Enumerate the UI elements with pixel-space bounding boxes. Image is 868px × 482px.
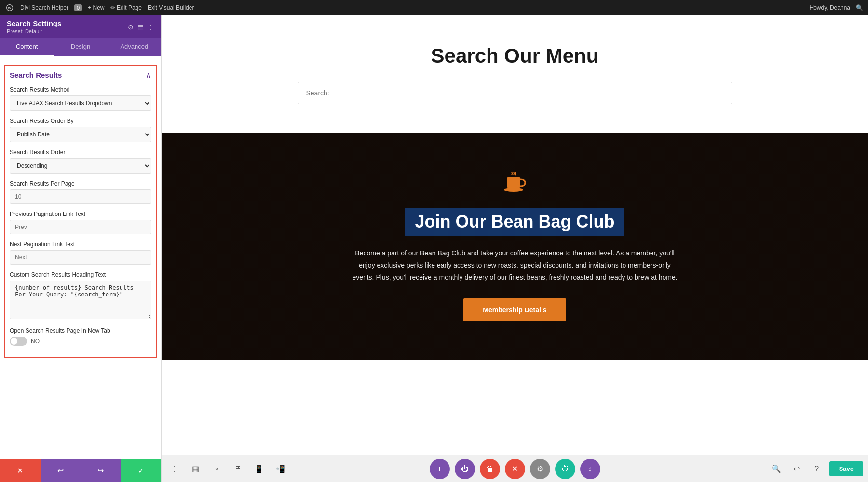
prev-text-field: Previous Pagination Link Text — [10, 211, 151, 234]
sidebar-settings-icon[interactable]: ⊙ — [128, 23, 134, 31]
howdy-user: Howdy, Deanna — [810, 4, 851, 11]
admin-search-icon[interactable]: 🔍 — [856, 4, 863, 11]
help-icon[interactable]: ? — [809, 461, 825, 477]
builder-toolbar: ⋮ ▦ ⌖ 🖥 📱 📲 + ⏻ 🗑 ✕ ⚙ ⏱ ↕ 🔍 ↩ ? Save — [162, 455, 868, 482]
search-results-method-field: Search Results Method Live AJAX Search R… — [10, 86, 151, 111]
undo-button[interactable]: ↩ — [41, 459, 81, 482]
new-tab-label: Open Search Results Page In New Tab — [10, 327, 151, 334]
canvas-area: Search Our Menu — [162, 15, 868, 482]
toolbar-right-icons: 🔍 ↩ ? Save — [769, 461, 863, 477]
tab-content[interactable]: Content — [0, 38, 54, 56]
order-by-field: Search Results Order By Publish Date Tit… — [10, 118, 151, 142]
cancel-button[interactable]: ✕ — [0, 459, 41, 482]
sidebar-more-icon[interactable]: ⋮ — [148, 23, 154, 31]
divi-search-helper-link[interactable]: Divi Search Helper — [20, 4, 68, 11]
toolbar-search-results-icon[interactable]: ⌖ — [209, 461, 224, 477]
club-description: Become a part of our Bean Bag Club and t… — [351, 247, 679, 284]
next-text-input[interactable] — [10, 250, 151, 265]
search-results-section: Search Results ∧ Search Results Method L… — [4, 65, 157, 358]
svg-rect-2 — [507, 177, 520, 188]
method-label: Search Results Method — [10, 86, 151, 93]
exit-visual-builder-link[interactable]: Exit Visual Builder — [148, 4, 194, 11]
history-button[interactable]: ⏱ — [555, 459, 575, 479]
order-select[interactable]: Descending Ascending — [10, 158, 151, 174]
search-input-bar[interactable] — [298, 82, 732, 104]
toolbar-desktop-icon[interactable]: 🖥 — [230, 461, 245, 477]
heading-text-textarea[interactable]: {number_of_results} Search Results For Y… — [10, 281, 151, 319]
next-text-field: Next Pagination Link Text — [10, 241, 151, 265]
delete-button[interactable]: 🗑 — [480, 459, 500, 479]
new-tab-field: Open Search Results Page In New Tab NO — [10, 327, 151, 346]
toolbar-grid-icon[interactable]: ▦ — [188, 461, 203, 477]
method-select[interactable]: Live AJAX Search Results Dropdown Standa… — [10, 95, 151, 111]
prev-text-input[interactable] — [10, 220, 151, 234]
wp-logo-icon[interactable]: W — [5, 3, 14, 13]
sidebar-panel: Search Settings Preset: Default ⊙ ▦ ⋮ Co… — [0, 15, 162, 482]
comments-count[interactable]: 0 — [74, 4, 82, 11]
order-by-select[interactable]: Publish Date Title Relevance — [10, 127, 151, 142]
canvas-content: Search Our Menu — [162, 15, 868, 455]
search-builder-icon[interactable]: 🔍 — [769, 461, 784, 477]
toolbar-more-icon[interactable]: ⋮ — [166, 461, 182, 477]
sidebar-title: Search Settings — [7, 19, 61, 27]
dark-section: Join Our Bean Bag Club Become a part of … — [162, 133, 868, 360]
new-link[interactable]: + New — [88, 4, 104, 11]
order-by-label: Search Results Order By — [10, 118, 151, 124]
search-results-section-title: Search Results — [10, 71, 62, 79]
sidebar-preset[interactable]: Preset: Default — [7, 28, 61, 34]
tab-advanced[interactable]: Advanced — [108, 38, 161, 56]
settings-button[interactable]: ⚙ — [530, 459, 550, 479]
svg-point-3 — [504, 188, 523, 192]
move-button[interactable]: ↕ — [580, 459, 600, 479]
undo-builder-icon[interactable]: ↩ — [789, 461, 804, 477]
sidebar-layout-icon[interactable]: ▦ — [137, 23, 144, 31]
membership-details-button[interactable]: Membership Details — [463, 298, 566, 321]
per-page-label: Search Results Per Page — [10, 180, 151, 187]
order-field: Search Results Order Descending Ascendin… — [10, 149, 151, 174]
sidebar-tabs: Content Design Advanced — [0, 38, 161, 56]
prev-text-label: Previous Pagination Link Text — [10, 211, 151, 217]
sidebar-content: Search Results ∧ Search Results Method L… — [0, 56, 161, 459]
close-button[interactable]: ✕ — [505, 459, 525, 479]
edit-page-link[interactable]: ✏ Edit Page — [110, 4, 142, 11]
sidebar-bottom-bar: ✕ ↩ ↪ ✓ — [0, 459, 161, 482]
tab-design[interactable]: Design — [54, 38, 107, 56]
heading-text-label: Custom Search Results Heading Text — [10, 271, 151, 278]
toolbar-left-icons: ⋮ ▦ ⌖ 🖥 📱 📲 — [166, 461, 288, 477]
coffee-icon — [503, 172, 527, 200]
svg-text:W: W — [8, 6, 12, 10]
redo-button[interactable]: ↪ — [81, 459, 121, 482]
save-button[interactable]: Save — [829, 461, 863, 476]
toggle-visibility-button[interactable]: ⏻ — [455, 459, 475, 479]
add-element-button[interactable]: + — [430, 459, 450, 479]
club-title: Join Our Bean Bag Club — [405, 208, 624, 236]
heading-text-field: Custom Search Results Heading Text {numb… — [10, 271, 151, 321]
toolbar-mobile-icon[interactable]: 📲 — [272, 461, 288, 477]
page-main-title: Search Our Menu — [171, 44, 858, 67]
save-settings-button[interactable]: ✓ — [121, 459, 162, 482]
sidebar-header: Search Settings Preset: Default ⊙ ▦ ⋮ — [0, 15, 161, 38]
new-tab-toggle-label: NO — [31, 338, 40, 345]
order-label: Search Results Order — [10, 149, 151, 156]
white-section: Search Our Menu — [162, 15, 868, 133]
per-page-input[interactable] — [10, 189, 151, 204]
new-tab-toggle[interactable] — [10, 337, 27, 346]
toolbar-center-buttons: + ⏻ 🗑 ✕ ⚙ ⏱ ↕ — [430, 459, 600, 479]
toolbar-tablet-icon[interactable]: 📱 — [251, 461, 267, 477]
section-collapse-icon[interactable]: ∧ — [146, 70, 151, 80]
admin-bar: W Divi Search Helper 0 + New ✏ Edit Page… — [0, 0, 868, 15]
per-page-field: Search Results Per Page — [10, 180, 151, 204]
next-text-label: Next Pagination Link Text — [10, 241, 151, 248]
